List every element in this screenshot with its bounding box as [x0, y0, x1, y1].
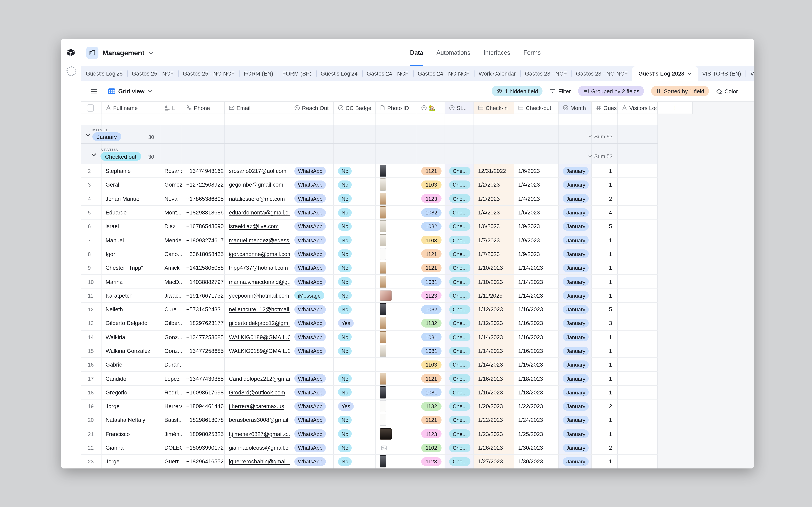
cell-name[interactable]: Gianna: [101, 441, 160, 454]
cell-email[interactable]: j.herrera@caremax.us: [225, 399, 290, 413]
cell-status[interactable]: Che...: [445, 427, 474, 441]
cell-phone[interactable]: +17865386805: [182, 192, 225, 205]
cell-room[interactable]: 1123: [417, 289, 445, 302]
row-number[interactable]: 2: [81, 164, 101, 178]
cell-reach[interactable]: WhatsApp: [290, 303, 334, 316]
cell-guest[interactable]: 1: [592, 344, 618, 357]
cell-photo[interactable]: [375, 164, 417, 178]
table-tab-guest-s-log-25[interactable]: Guest's Log'25: [81, 66, 127, 80]
photo-id-thumbnail[interactable]: [379, 373, 386, 385]
cell-checkout[interactable]: 1/9/2023: [514, 247, 559, 261]
column-header-last[interactable]: L.: [160, 102, 182, 114]
email-link[interactable]: j.herrera@caremax.us: [229, 403, 284, 409]
cell-reach[interactable]: WhatsApp: [290, 372, 334, 385]
cell-status[interactable]: Che...: [445, 344, 474, 357]
photo-id-thumbnail[interactable]: [379, 220, 386, 232]
email-link[interactable]: f.jimenez0827@gmail.c...: [229, 431, 290, 437]
cell-month[interactable]: January: [559, 220, 592, 233]
cell-checkin[interactable]: 1/10/2023: [474, 261, 514, 274]
cell-last[interactable]: Gonz...: [160, 330, 182, 344]
email-link[interactable]: giannadoleoss@gmail.c...: [229, 445, 290, 451]
cell-last[interactable]: Diaz: [160, 220, 182, 233]
row-number[interactable]: 20: [81, 413, 101, 427]
email-link[interactable]: jguerrerochahin@gmail....: [229, 458, 290, 464]
cell-reach[interactable]: WhatsApp: [290, 441, 334, 454]
cell-cc[interactable]: Yes: [334, 399, 375, 413]
cell-name[interactable]: Karatpetch: [101, 289, 160, 302]
cell-last[interactable]: Mendez: [160, 233, 182, 247]
cell-month[interactable]: January: [559, 413, 592, 427]
email-link[interactable]: tripp4737@hotmail.com: [229, 265, 288, 271]
cell-last[interactable]: Gilber...: [160, 317, 182, 330]
cell-name[interactable]: Eduardo: [101, 206, 160, 219]
photo-id-thumbnail[interactable]: [379, 276, 386, 288]
cell-room[interactable]: 1082: [417, 303, 445, 316]
color-button[interactable]: Color: [716, 88, 738, 94]
email-link[interactable]: neliethcure_12@hotmail....: [229, 306, 290, 312]
cell-email[interactable]: [225, 358, 290, 371]
cell-last[interactable]: Amick: [160, 261, 182, 274]
cell-email[interactable]: giannadoleoss@gmail.c...: [225, 441, 290, 454]
cell-visitors[interactable]: [618, 247, 658, 261]
nav-tab-interfaces[interactable]: Interfaces: [484, 39, 510, 66]
cell-status[interactable]: Che...: [445, 233, 474, 247]
email-link[interactable]: igor.canonne@gmail.com: [229, 251, 290, 257]
cell-visitors[interactable]: [618, 275, 658, 288]
table-tab-gastos-24-ncf[interactable]: Gastos 24 - NCF: [362, 66, 413, 80]
cell-phone[interactable]: +33618058435: [182, 247, 225, 261]
photo-id-thumbnail[interactable]: [379, 248, 386, 260]
cell-month[interactable]: January: [559, 317, 592, 330]
cell-month[interactable]: January: [559, 372, 592, 385]
cell-visitors[interactable]: [618, 289, 658, 302]
cell-reach[interactable]: WhatsApp: [290, 386, 334, 399]
cell-month[interactable]: January: [559, 427, 592, 441]
cell-checkout[interactable]: 1/30/2023: [514, 441, 559, 454]
email-link[interactable]: berasberas3008@gmail...: [229, 417, 290, 423]
cell-phone[interactable]: +16098517698: [182, 386, 225, 399]
cell-month[interactable]: January: [559, 399, 592, 413]
cell-room[interactable]: 1121: [417, 164, 445, 178]
cell-email[interactable]: israeldiaz@live.com: [225, 220, 290, 233]
cell-checkout[interactable]: 1/9/2023: [514, 220, 559, 233]
row-number[interactable]: 9: [81, 261, 101, 274]
filter-button[interactable]: Filter: [550, 88, 571, 94]
collapse-status-chevron-icon[interactable]: [91, 153, 96, 157]
cell-checkout[interactable]: 1/16/2023: [514, 330, 559, 344]
cell-month[interactable]: January: [559, 178, 592, 191]
cell-room[interactable]: 1123: [417, 192, 445, 205]
cell-phone[interactable]: +18098025325: [182, 427, 225, 441]
cell-room[interactable]: 1103: [417, 358, 445, 371]
row-number[interactable]: 16: [81, 358, 101, 371]
cell-reach[interactable]: WhatsApp: [290, 192, 334, 205]
cell-checkin[interactable]: 1/11/2023: [474, 289, 514, 302]
table-tab-gastos-25-no-ncf[interactable]: Gastos 25 - NO NCF: [178, 66, 239, 80]
nav-tab-data[interactable]: Data: [410, 39, 423, 66]
cell-cc[interactable]: No: [334, 206, 375, 219]
cell-checkin[interactable]: 1/27/2023: [474, 455, 514, 468]
table-tab-form-sp-[interactable]: FORM (SP): [278, 66, 316, 80]
cell-guest[interactable]: 1: [592, 178, 618, 191]
cell-phone[interactable]: +18298818686: [182, 206, 225, 219]
cell-visitors[interactable]: [618, 330, 658, 344]
cell-name[interactable]: Jorge: [101, 399, 160, 413]
cell-phone[interactable]: +13477258685: [182, 330, 225, 344]
cell-month[interactable]: January: [559, 344, 592, 357]
cell-email[interactable]: WALKIG0189@GMAIL.C...: [225, 344, 290, 357]
photo-id-thumbnail[interactable]: [379, 206, 386, 219]
cell-email[interactable]: nataliesuero@me.com: [225, 192, 290, 205]
cell-room[interactable]: 1082: [417, 220, 445, 233]
cell-reach[interactable]: WhatsApp: [290, 275, 334, 288]
cell-guest[interactable]: 1: [592, 372, 618, 385]
email-link[interactable]: israeldiaz@live.com: [229, 223, 278, 229]
table-tab-gastos-23-ncf[interactable]: Gastos 23 - NCF: [520, 66, 571, 80]
cell-reach[interactable]: WhatsApp: [290, 220, 334, 233]
cell-email[interactable]: WALKIG0189@GMAIL.C...: [225, 330, 290, 344]
table-tab-guest-s-log-24[interactable]: Guest's Log'24: [316, 66, 362, 80]
cell-checkout[interactable]: 1/16/2023: [514, 303, 559, 316]
cell-last[interactable]: Nova: [160, 192, 182, 205]
group-sum[interactable]: Sum 53: [548, 153, 613, 159]
cell-checkin[interactable]: 1/14/2023: [474, 358, 514, 371]
cell-email[interactable]: Candidolopez212@gmai...: [225, 372, 290, 385]
cell-visitors[interactable]: [618, 386, 658, 399]
cell-status[interactable]: Che...: [445, 358, 474, 371]
